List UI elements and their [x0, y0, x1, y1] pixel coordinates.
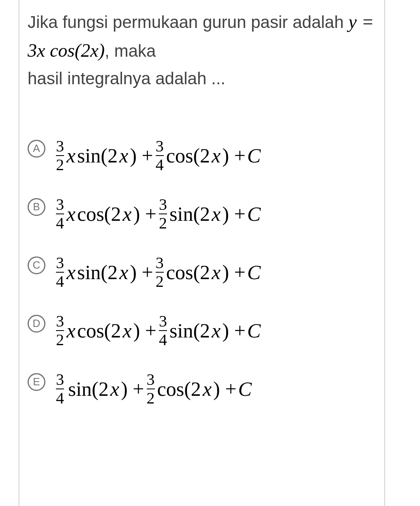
options-block: A 32x sin(2x) + 34cos(2x) + C B 34x cos(…	[28, 138, 376, 406]
option-a-expression: 32x sin(2x) + 34cos(2x) + C	[55, 138, 261, 173]
option-d-expression: 32x cos(2x) + 34sin(2x) + C	[55, 313, 261, 348]
question-suffix1: , maka	[105, 41, 156, 60]
fraction: 34	[56, 255, 64, 290]
option-badge-e: E	[28, 373, 45, 391]
fraction: 34	[56, 371, 64, 406]
option-e-expression: 34sin(2x) + 32cos(2x) + C	[55, 371, 252, 406]
option-b[interactable]: B 34x cos(2x) + 32sin(2x) + C	[28, 196, 376, 231]
option-a[interactable]: A 32x sin(2x) + 34cos(2x) + C	[28, 138, 376, 173]
question-stem: Jika fungsi permukaan gurun pasir adalah…	[28, 7, 376, 92]
question-prefix: Jika fungsi permukaan gurun pasir adalah	[28, 13, 348, 32]
fraction: 32	[56, 313, 64, 348]
fraction: 34	[56, 196, 64, 231]
option-b-expression: 34x cos(2x) + 32sin(2x) + C	[55, 196, 261, 231]
option-badge-a: A	[28, 140, 45, 158]
fraction: 32	[56, 138, 64, 173]
fraction: 32	[156, 255, 164, 290]
option-badge-d: D	[28, 315, 45, 333]
fraction: 32	[147, 371, 155, 406]
question-line3: hasil integralnya adalah ...	[28, 65, 376, 92]
option-d[interactable]: D 32x cos(2x) + 34sin(2x) + C	[28, 313, 376, 348]
option-badge-c: C	[28, 256, 45, 274]
option-c-expression: 34x sin(2x) + 32cos(2x) + C	[55, 255, 261, 290]
fraction: 34	[156, 138, 164, 173]
option-c[interactable]: C 34x sin(2x) + 32cos(2x) + C	[28, 255, 376, 290]
option-e[interactable]: E 34sin(2x) + 32cos(2x) + C	[28, 371, 376, 406]
question-container: Jika fungsi permukaan gurun pasir adalah…	[19, 0, 385, 506]
option-badge-b: B	[28, 198, 45, 216]
fraction: 32	[159, 196, 167, 231]
fraction: 34	[159, 313, 167, 348]
